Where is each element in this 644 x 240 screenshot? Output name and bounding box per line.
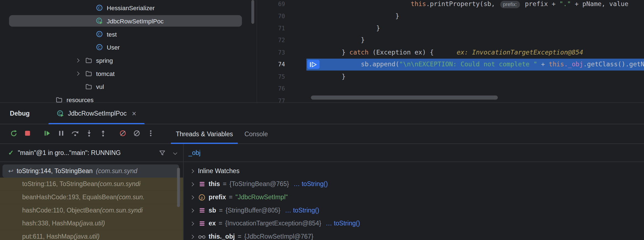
value-icon xyxy=(198,207,206,214)
evaluate-expression-field[interactable]: _obj xyxy=(184,144,644,162)
code-text: } catch (Exception ex) {ex: InvocationTa… xyxy=(342,49,583,56)
pause-button[interactable] xyxy=(54,127,68,141)
gutter[interactable] xyxy=(285,10,306,22)
debug-panel-title: Debug xyxy=(10,110,30,117)
stack-frame[interactable]: hashCode:110, ObjectBean (com.sun.syndi xyxy=(0,204,183,217)
step-over-button[interactable] xyxy=(68,127,82,141)
gutter[interactable] xyxy=(285,83,306,95)
variables-tree: Inline Watchesthis={ToStringBean@765}… t… xyxy=(184,162,644,240)
line-number[interactable]: 75 xyxy=(257,70,285,83)
close-icon[interactable]: × xyxy=(132,110,136,117)
watch-group-row[interactable]: Inline Watches xyxy=(189,164,644,178)
thread-status: "main"@1 in gro..."main": RUNNING xyxy=(18,149,155,157)
equals-sign: = xyxy=(238,233,242,240)
editor-lines: 69 this.printProperty(sb, prefix: prefix… xyxy=(257,0,644,102)
scrollbar-thumb[interactable] xyxy=(311,96,498,100)
tab-console[interactable]: Console xyxy=(239,124,273,143)
variable-name: sb xyxy=(209,207,216,214)
to-string-link[interactable]: … toString() xyxy=(285,207,319,214)
tree-item-vul[interactable]: vul xyxy=(0,80,257,93)
code-line-70: 70 } xyxy=(257,10,644,22)
mute-breakpoints-button[interactable] xyxy=(130,127,144,141)
line-body: } xyxy=(306,10,644,22)
line-number[interactable]: 77 xyxy=(257,95,285,102)
gutter[interactable] xyxy=(285,34,306,46)
rerun-button[interactable] xyxy=(7,127,21,141)
to-string-link[interactable]: … toString() xyxy=(326,220,360,227)
project-tree-scrollbar[interactable] xyxy=(251,0,254,24)
frame-package: (java.util) xyxy=(79,220,105,227)
equals-sign: = xyxy=(219,220,222,227)
thread-selector[interactable]: ✓ "main"@1 in gro..."main": RUNNING xyxy=(0,144,183,162)
stop-button[interactable] xyxy=(20,127,34,141)
tree-item-hessianserializer[interactable]: CHessianSerializer xyxy=(0,1,257,14)
tab-threads-variables[interactable]: Threads & Variables xyxy=(170,124,239,143)
chevron-down-icon[interactable] xyxy=(173,151,177,155)
frame-package: (com.sun.syndi xyxy=(98,181,140,188)
code-line-74: 74 sb.append("\n\nEXCEPTION: Could not c… xyxy=(257,58,644,70)
gutter[interactable] xyxy=(285,22,306,34)
code-text: this.printProperty(sb, prefix: prefix + … xyxy=(342,0,629,8)
code-editor[interactable]: 69 this.printProperty(sb, prefix: prefix… xyxy=(257,0,644,102)
variable-row-sb[interactable]: sb={StringBuffer@805}… toString() xyxy=(189,204,644,217)
variable-value: {StringBuffer@805} xyxy=(226,207,280,214)
step-out-button[interactable] xyxy=(96,127,110,141)
tree-item-tomcat[interactable]: tomcat xyxy=(0,67,257,80)
chevron-right-icon[interactable] xyxy=(189,183,195,186)
variable-row-prefix[interactable]: pprefix="JdbcRowSetImpl" xyxy=(189,191,644,204)
line-body: } catch (Exception ex) {ex: InvocationTa… xyxy=(306,46,644,58)
to-string-link[interactable]: … toString() xyxy=(294,181,328,188)
line-number[interactable]: 74 xyxy=(257,58,285,70)
chevron-right-icon[interactable] xyxy=(75,58,79,62)
stack-frame[interactable]: ↩toString:144, ToStringBean (com.sun.syn… xyxy=(2,164,179,178)
line-number[interactable]: 72 xyxy=(257,34,285,46)
stack-frame[interactable]: beanHashCode:193, EqualsBean (com.sun. xyxy=(0,191,183,204)
stack-frame[interactable]: hash:338, HashMap (java.util) xyxy=(0,217,183,230)
code-token: ._obj xyxy=(564,61,583,68)
gutter[interactable] xyxy=(285,70,306,83)
resume-button[interactable] xyxy=(40,127,54,141)
more-options-button[interactable] xyxy=(144,127,158,141)
editor-horizontal-scrollbar[interactable] xyxy=(310,96,644,100)
filter-icon[interactable] xyxy=(159,149,167,157)
tree-item-label: JdbcRowSetImplPoc xyxy=(107,17,163,24)
variable-value: {ToStringBean@765} xyxy=(229,181,289,188)
chevron-right-icon[interactable] xyxy=(189,235,195,238)
gutter-marker-slot[interactable] xyxy=(306,60,342,69)
debug-toolbar-row: Threads & VariablesConsole xyxy=(0,124,644,144)
chevron-right-icon[interactable] xyxy=(189,209,195,212)
tree-item-jdbcrowsetimplpoc[interactable]: CJdbcRowSetImplPoc xyxy=(0,14,257,28)
line-number[interactable]: 76 xyxy=(257,83,285,95)
gutter[interactable] xyxy=(285,95,306,102)
frame-location: put:611, HashMap xyxy=(22,233,74,240)
tree-item-user[interactable]: CUser xyxy=(0,40,257,54)
line-number[interactable]: 70 xyxy=(257,10,285,22)
line-number[interactable]: 73 xyxy=(257,46,285,58)
chevron-right-icon[interactable] xyxy=(189,222,195,225)
variable-row-this[interactable]: this={ToStringBean@765}… toString() xyxy=(189,178,644,191)
code-token: + pName, value xyxy=(571,0,629,8)
tree-item-spring[interactable]: spring xyxy=(0,54,257,67)
step-into-button[interactable] xyxy=(82,127,96,141)
chevron-right-icon[interactable] xyxy=(75,71,79,75)
stack-frame[interactable]: put:611, HashMap (java.util) xyxy=(0,230,183,240)
chevron-right-icon[interactable] xyxy=(189,196,195,198)
debug-session-tab[interactable]: C JdbcRowSetImplPoc × xyxy=(49,103,144,124)
gutter[interactable] xyxy=(285,0,306,10)
view-breakpoints-button[interactable] xyxy=(116,127,130,141)
tree-item-label: test xyxy=(107,31,117,37)
tree-item-test[interactable]: Ctest xyxy=(0,28,257,41)
gutter[interactable] xyxy=(285,46,306,58)
execution-point-icon[interactable] xyxy=(307,60,320,69)
gutter[interactable] xyxy=(285,58,306,70)
stack-frame[interactable]: toString:116, ToStringBean (com.sun.synd… xyxy=(0,178,183,191)
tree-item-resources[interactable]: resources xyxy=(0,93,257,102)
variable-row-this-obj[interactable]: this._obj={JdbcRowSetImpl@767} xyxy=(189,230,644,240)
line-number[interactable]: 71 xyxy=(257,22,285,34)
chevron-right-icon[interactable] xyxy=(189,170,195,172)
svg-text:C: C xyxy=(98,45,101,50)
frames-scrollbar[interactable] xyxy=(177,168,180,207)
frame-location: beanHashCode:193, EqualsBean xyxy=(22,193,117,201)
line-number[interactable]: 69 xyxy=(257,0,285,10)
variable-row-ex[interactable]: ex={InvocationTargetException@854}… toSt… xyxy=(189,217,644,230)
